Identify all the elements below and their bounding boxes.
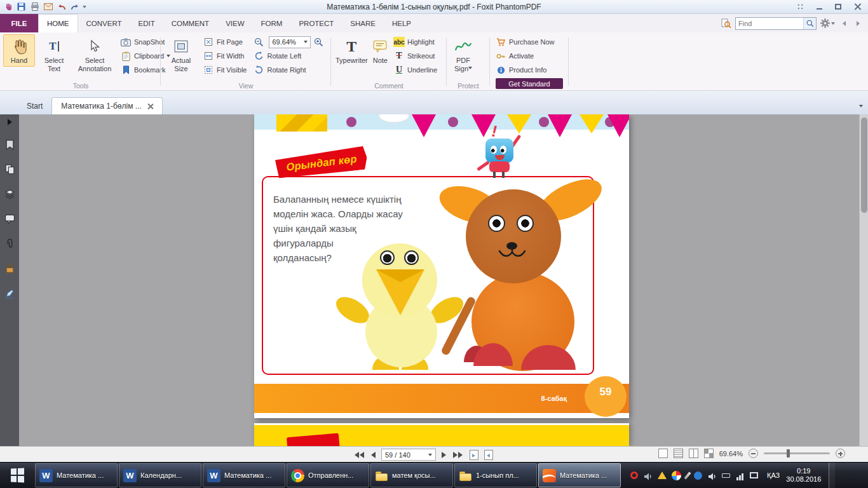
select-annotation-button[interactable]: Select Annotation — [73, 34, 116, 74]
vertical-scrollbar[interactable] — [859, 114, 868, 446]
next-view-icon[interactable] — [484, 450, 493, 460]
tab-form[interactable]: FORM — [253, 14, 291, 32]
purchase-now-button[interactable]: Purchase Now — [493, 35, 557, 49]
bookmarks-panel-icon[interactable] — [4, 139, 15, 150]
tab-protect[interactable]: PROTECT — [290, 14, 342, 32]
page-number-combobox[interactable]: 59 / 140 — [381, 449, 436, 461]
taskbar-item-word-3[interactable]: W Математика ... — [203, 463, 285, 487]
taskbar-item-folder-1[interactable]: матем қосы... — [370, 463, 453, 487]
save-icon[interactable] — [16, 2, 27, 12]
tab-edit[interactable]: EDIT — [130, 14, 163, 32]
restore-button[interactable] — [830, 1, 846, 13]
single-page-view-icon[interactable] — [658, 449, 668, 458]
first-page-button[interactable] — [353, 449, 365, 461]
tray-warning-icon[interactable] — [658, 471, 667, 479]
zoom-slider[interactable] — [764, 452, 830, 454]
tray-pencil-icon[interactable] — [684, 471, 691, 480]
last-page-button[interactable] — [452, 449, 464, 461]
select-text-button[interactable]: T Select Text — [36, 34, 72, 74]
product-info-button[interactable]: Product Info — [493, 63, 557, 77]
zoom-in-button[interactable] — [836, 449, 845, 458]
key-icon — [495, 51, 506, 61]
rotate-right-button[interactable]: Rotate Right — [251, 63, 329, 77]
tab-list-dropdown-icon[interactable] — [859, 97, 863, 114]
undo-icon[interactable] — [56, 2, 67, 12]
zoom-level-combobox[interactable]: 69.64% — [269, 36, 311, 48]
ribbon-options-icon[interactable] — [792, 1, 808, 13]
strikeout-button[interactable]: T Strikeout — [391, 49, 439, 63]
taskbar-item-word-2[interactable]: W Календарн... — [119, 463, 201, 487]
typewriter-button[interactable]: T Typewriter — [334, 34, 370, 67]
fit-visible-button[interactable]: Fit Visible — [201, 63, 248, 77]
qat-dropdown-icon[interactable] — [83, 6, 86, 10]
pdf-sign-dropdown-icon[interactable] — [468, 67, 472, 71]
zoom-out-icon[interactable] — [253, 37, 264, 47]
tab-start[interactable]: Start — [18, 97, 51, 114]
activate-button[interactable]: Activate — [493, 49, 557, 63]
previous-page-button[interactable] — [370, 449, 377, 461]
facing-view-icon[interactable] — [689, 449, 698, 458]
tab-help[interactable]: HELP — [384, 14, 419, 32]
tab-file[interactable]: FILE — [0, 14, 38, 32]
zoom-in-icon[interactable] — [313, 37, 324, 47]
continuous-facing-view-icon[interactable] — [704, 449, 714, 458]
close-button[interactable] — [849, 1, 865, 13]
tab-comment[interactable]: COMMENT — [163, 14, 217, 32]
ribbon-scroll-right-icon[interactable] — [853, 18, 863, 29]
continuous-view-icon[interactable] — [674, 449, 683, 458]
note-button[interactable]: Note — [371, 34, 390, 67]
email-icon[interactable] — [43, 2, 53, 12]
tray-volume-mixer-icon[interactable] — [643, 471, 653, 480]
minimize-button[interactable] — [811, 1, 827, 13]
close-tab-icon[interactable] — [147, 104, 153, 109]
comments-panel-icon[interactable] — [4, 214, 15, 224]
taskbar-item-folder-2[interactable]: 1-сынып пл... — [454, 463, 537, 487]
pdf-sign-button[interactable]: PDF Sign — [449, 34, 477, 74]
pages-panel-icon[interactable] — [4, 164, 15, 175]
tab-share[interactable]: SHARE — [342, 14, 384, 32]
tray-blue-icon[interactable] — [694, 471, 702, 480]
taskbar-item-foxit[interactable]: Математика ... — [538, 463, 621, 487]
tray-opera-icon[interactable] — [630, 471, 638, 479]
tray-ball-icon[interactable] — [672, 471, 681, 480]
fit-width-button[interactable]: Fit Width — [201, 49, 248, 63]
fit-page-button[interactable]: Fit Page — [201, 35, 248, 49]
tray-network-icon[interactable] — [735, 471, 745, 480]
language-indicator[interactable]: ҚАЗ — [767, 471, 780, 479]
tab-convert[interactable]: CONVERT — [78, 14, 130, 32]
find-input[interactable] — [736, 20, 803, 27]
signature-panel-icon[interactable] — [4, 288, 15, 299]
hand-button[interactable]: Hand — [3, 34, 35, 67]
sidebar-expand-icon[interactable] — [8, 119, 12, 125]
highlight-button[interactable]: abc Highlight — [391, 35, 439, 49]
ribbon-scroll-left-icon[interactable] — [839, 18, 849, 29]
tab-home[interactable]: HOME — [38, 14, 78, 32]
zoom-out-button[interactable] — [749, 449, 758, 458]
actual-size-button[interactable]: Actual Size — [163, 34, 199, 74]
rotate-left-button[interactable]: Rotate Left — [251, 49, 329, 63]
previous-view-icon[interactable] — [470, 450, 478, 460]
hand-tool-icon[interactable] — [3, 2, 13, 12]
find-search-icon[interactable] — [803, 18, 816, 29]
settings-gear-icon[interactable] — [820, 18, 835, 28]
zoom-slider-thumb[interactable] — [787, 449, 790, 458]
redo-icon[interactable] — [69, 2, 80, 12]
layers-panel-icon[interactable] — [4, 189, 15, 200]
tray-display-icon[interactable] — [750, 472, 758, 478]
next-page-button[interactable] — [440, 449, 447, 461]
underline-button[interactable]: U Underline — [391, 63, 439, 77]
tray-power-icon[interactable] — [722, 473, 730, 478]
print-icon[interactable] — [29, 2, 40, 12]
scrollbar-thumb[interactable] — [861, 118, 867, 213]
get-standard-button[interactable]: Get Standard — [496, 78, 563, 89]
taskbar-item-word-1[interactable]: W Математика ... — [35, 463, 118, 487]
tray-volume-icon[interactable] — [707, 471, 717, 480]
taskbar-item-chrome[interactable]: Отправленн... — [287, 463, 369, 487]
clock[interactable]: 0:19 30.08.2016 — [786, 467, 821, 484]
tab-document[interactable]: Математика 1-бөлім ... — [51, 97, 162, 114]
start-button[interactable] — [0, 463, 34, 488]
tab-view[interactable]: VIEW — [217, 14, 252, 32]
show-desktop-button[interactable] — [829, 463, 835, 488]
security-panel-icon[interactable] — [4, 263, 15, 274]
attachments-panel-icon[interactable] — [4, 238, 15, 249]
